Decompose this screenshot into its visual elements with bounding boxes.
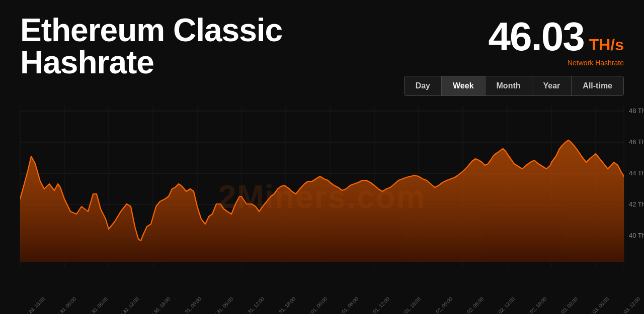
x-labels: Aug 29, 18:00 Aug 30, 00:00 Aug 30, 06:0… — [0, 303, 644, 309]
btn-week[interactable]: Week — [442, 76, 486, 95]
page-title: Ethereum Classic Hashrate — [20, 14, 404, 78]
svg-text:42 Th/s: 42 Th/s — [629, 200, 644, 208]
chart-svg: 48 Th/s 46 Th/s 44 Th/s 42 Th/s 40 Th/s — [0, 106, 644, 292]
hashrate-label: Network Hashrate — [568, 59, 624, 67]
right-section: 46.03 TH/s Network Hashrate Day Week Mon… — [404, 14, 624, 96]
btn-year[interactable]: Year — [532, 76, 572, 95]
hashrate-unit: TH/s — [589, 37, 624, 53]
hashrate-display: 46.03 TH/s — [488, 17, 624, 57]
header: Ethereum Classic Hashrate 46.03 TH/s Net… — [0, 0, 644, 96]
btn-alltime[interactable]: All-time — [572, 76, 623, 95]
svg-text:46 Th/s: 46 Th/s — [629, 138, 644, 146]
page-container: Ethereum Classic Hashrate 46.03 TH/s Net… — [0, 0, 644, 314]
chart-container: 2Miners.com — [0, 106, 644, 292]
btn-day[interactable]: Day — [405, 76, 442, 95]
svg-text:40 Th/s: 40 Th/s — [629, 232, 644, 239]
svg-marker-27 — [20, 140, 624, 267]
hashrate-value: 46.03 — [488, 17, 584, 57]
title-section: Ethereum Classic Hashrate — [20, 14, 404, 78]
svg-text:44 Th/s: 44 Th/s — [629, 169, 644, 177]
btn-month[interactable]: Month — [486, 76, 532, 95]
svg-text:48 Th/s: 48 Th/s — [629, 107, 644, 115]
time-buttons: Day Week Month Year All-time — [404, 76, 624, 96]
